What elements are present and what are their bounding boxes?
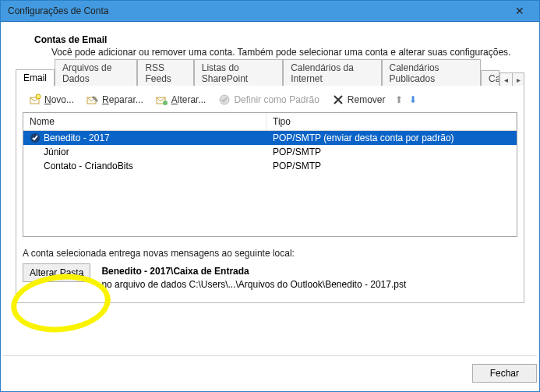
email-panel: Novo... Reparar... Alterar... Definir co… (16, 86, 524, 303)
tab-published-cal[interactable]: Calendários Publicados (382, 59, 481, 87)
svg-point-4 (163, 101, 168, 105)
column-header-type[interactable]: Tipo (266, 113, 517, 130)
remove-icon (332, 94, 344, 106)
set-default-button: Definir como Padrão (212, 92, 325, 108)
column-header-name[interactable]: Nome (23, 113, 266, 130)
table-row[interactable]: Benedito - 2017 POP/SMTP (enviar desta c… (23, 131, 517, 145)
remove-account-button[interactable]: Remover (326, 92, 392, 108)
set-default-label: Definir como Padrão (234, 94, 319, 105)
change-account-button[interactable]: Alterar... (150, 92, 213, 108)
account-name: Benedito - 2017 (44, 132, 110, 143)
account-type: POP/SMTP (266, 160, 517, 172)
table-row[interactable]: Contato - CriandoBits POP/SMTP (23, 159, 517, 173)
change-icon (156, 94, 168, 106)
account-type: POP/SMTP (enviar desta conta por padrão) (266, 132, 517, 144)
delivery-location-intro: A conta selecionada entrega novas mensag… (23, 248, 517, 259)
delivery-location-detail: Benedito - 2017\Caixa de Entrada no arqu… (101, 265, 406, 291)
account-name: Contato - CriandoBits (44, 161, 133, 171)
tab-sharepoint[interactable]: Listas do SharePoint (194, 59, 283, 87)
close-button-label: Fechar (490, 368, 519, 379)
default-icon (218, 94, 231, 106)
default-check-icon (30, 132, 41, 143)
move-up-icon: ⬆ (392, 94, 406, 105)
change-folder-button[interactable]: Alterar Pasta (23, 263, 90, 282)
table-row[interactable]: Júnior POP/SMTP (23, 145, 517, 159)
tab-rss[interactable]: RSS Feeds (137, 59, 193, 87)
new-label: Novo... (44, 94, 74, 105)
repair-label: Reparar... (102, 94, 143, 105)
tab-internet-cal[interactable]: Calendários da Internet (283, 59, 381, 87)
tab-truncated[interactable]: Ca (481, 70, 499, 87)
delivery-folder-path: Benedito - 2017\Caixa de Entrada (101, 266, 249, 277)
svg-point-1 (36, 94, 41, 99)
new-icon (29, 94, 41, 106)
section-subheading: Você pode adicionar ou remover uma conta… (51, 47, 528, 58)
repair-account-button[interactable]: Reparar... (80, 92, 150, 108)
account-type: POP/SMTP (266, 146, 517, 158)
close-icon[interactable]: ✕ (507, 0, 532, 22)
tabs-row: Email Arquivos de Dados RSS Feeds Listas… (16, 69, 524, 86)
tab-scroll-left-icon[interactable]: ◂ (500, 73, 512, 87)
window-title: Configurações de Conta (8, 0, 108, 22)
tab-scroll-right-icon[interactable]: ▸ (512, 73, 524, 87)
move-down-icon[interactable]: ⬇ (406, 94, 420, 105)
tab-email[interactable]: Email (16, 69, 55, 87)
titlebar: Configurações de Conta ✕ (0, 0, 540, 22)
account-name: Júnior (44, 147, 69, 157)
dialog-footer: Fechar (3, 355, 537, 383)
close-button[interactable]: Fechar (472, 364, 537, 383)
change-label: Alterar... (171, 94, 206, 105)
delivery-file-path: no arquivo de dados C:\Users\...\Arquivo… (101, 279, 406, 290)
accounts-table: Nome Tipo Benedito - 2017 POP/SMTP (envi… (23, 112, 517, 237)
remove-label: Remover (348, 94, 386, 105)
tab-data-files[interactable]: Arquivos de Dados (55, 59, 137, 87)
section-heading: Contas de Email (34, 34, 528, 45)
change-folder-label: Alterar Pasta (30, 267, 83, 278)
email-toolbar: Novo... Reparar... Alterar... Definir co… (16, 86, 524, 112)
repair-icon (86, 94, 99, 106)
new-account-button[interactable]: Novo... (23, 92, 80, 108)
